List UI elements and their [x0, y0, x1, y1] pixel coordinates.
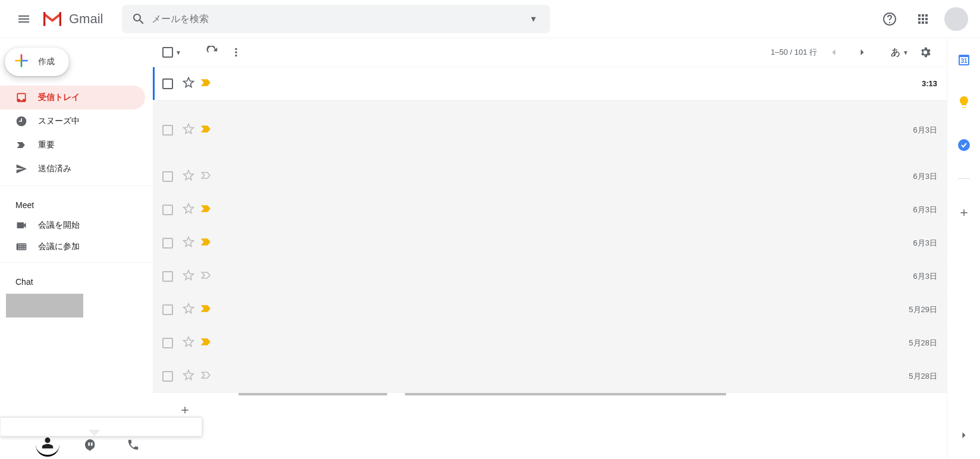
search-bar[interactable]: ▾: [122, 5, 550, 33]
keep-addon[interactable]: [950, 88, 978, 117]
sidebar-item-sent[interactable]: 送信済み: [0, 157, 145, 181]
message-row[interactable]: 5月28日: [153, 326, 947, 360]
next-page-button[interactable]: [850, 40, 874, 64]
row-checkbox[interactable]: [162, 171, 173, 182]
message-row[interactable]: 6月3日: [153, 160, 947, 193]
compose-label: 作成: [38, 56, 55, 67]
star-icon[interactable]: [183, 269, 194, 284]
important-marker-icon[interactable]: [200, 203, 212, 217]
search-icon[interactable]: [127, 12, 150, 26]
search-input[interactable]: [150, 13, 522, 25]
gmail-logo-icon: [40, 7, 64, 31]
help-button[interactable]: [875, 5, 904, 33]
message-row[interactable]: 6月3日: [153, 100, 947, 160]
star-icon[interactable]: [183, 169, 194, 184]
gmail-logo-text: Gmail: [69, 11, 103, 27]
important-marker-icon[interactable]: [200, 269, 212, 284]
apps-icon: [916, 12, 930, 26]
refresh-button[interactable]: [200, 40, 224, 64]
compose-button[interactable]: 作成: [5, 48, 69, 76]
chevron-right-icon: [958, 429, 970, 441]
row-checkbox[interactable]: [162, 371, 173, 382]
account-avatar[interactable]: [944, 7, 968, 31]
message-list: スレッドリストに戻った 3:136月3日6月3日6月3日6月3日6月3日5月29…: [153, 67, 947, 459]
important-marker-icon[interactable]: [200, 303, 212, 317]
star-icon[interactable]: [183, 236, 194, 250]
chevron-down-icon: ▼: [903, 49, 909, 56]
important-marker-icon[interactable]: [200, 77, 212, 91]
important-marker-icon[interactable]: [200, 369, 212, 383]
meet-start-button[interactable]: 会議を開始: [0, 215, 152, 236]
star-icon[interactable]: [183, 336, 194, 350]
hide-panel-button[interactable]: [950, 421, 978, 449]
keep-icon: [957, 95, 971, 109]
meet-section-title: Meet: [0, 191, 152, 215]
row-checkbox[interactable]: [162, 338, 173, 348]
message-row[interactable]: 6月3日: [153, 227, 947, 260]
message-row[interactable]: 6月3日: [153, 193, 947, 227]
message-row[interactable]: 5月29日: [153, 293, 947, 326]
important-marker-icon[interactable]: [200, 169, 212, 184]
select-all-checkbox[interactable]: ▼: [162, 47, 181, 58]
chevron-right-icon: [856, 46, 868, 58]
chat-section-title: Chat: [0, 268, 152, 291]
settings-button[interactable]: [913, 40, 937, 64]
sidebar-item-important[interactable]: 重要: [0, 133, 145, 157]
important-marker-icon[interactable]: [200, 123, 212, 137]
row-checkbox[interactable]: [162, 125, 173, 136]
sidebar-divider: [0, 262, 152, 263]
prev-page-button[interactable]: [822, 40, 846, 64]
hangouts-tab[interactable]: [78, 433, 102, 457]
phone-icon: [127, 438, 140, 451]
row-checkbox[interactable]: [162, 304, 173, 315]
hangouts-icon: [84, 438, 97, 451]
row-date: 6月3日: [913, 271, 937, 282]
chevron-left-icon: [828, 46, 840, 58]
chat-user-entry[interactable]: [6, 294, 83, 317]
more-button[interactable]: [224, 40, 248, 64]
row-date: 3:13: [922, 79, 937, 88]
sidebar-label: 受信トレイ: [38, 92, 80, 103]
gmail-logo[interactable]: Gmail: [40, 7, 103, 31]
main-menu-button[interactable]: [10, 5, 38, 33]
important-marker-icon[interactable]: [200, 236, 212, 250]
sidebar-item-inbox[interactable]: 受信トレイ: [0, 86, 145, 109]
row-checkbox[interactable]: [162, 205, 173, 215]
star-icon[interactable]: [183, 303, 194, 317]
contacts-tab[interactable]: [36, 433, 59, 457]
input-tools-button[interactable]: あ ▼: [891, 46, 909, 59]
chat-footer-tabs: [36, 430, 145, 459]
message-row[interactable]: 5月28日: [153, 360, 947, 393]
star-icon[interactable]: [183, 77, 194, 91]
star-icon[interactable]: [183, 203, 194, 217]
apps-button[interactable]: [909, 5, 937, 33]
star-icon[interactable]: [183, 369, 194, 383]
video-icon: [15, 219, 27, 231]
star-icon[interactable]: [183, 123, 194, 137]
message-row[interactable]: 6月3日: [153, 260, 947, 293]
row-checkbox[interactable]: [162, 78, 173, 89]
advanced-search-icon[interactable]: ▾: [522, 13, 545, 24]
message-row[interactable]: 3:13: [153, 67, 947, 100]
chevron-down-icon: ▼: [175, 49, 181, 56]
important-marker-icon[interactable]: [200, 336, 212, 350]
list-toolbar: ▼ 1–50 / 101 行 あ ▼: [153, 38, 947, 67]
sidebar-item-snoozed[interactable]: スヌーズ中: [0, 109, 145, 133]
sidebar-label: 送信済み: [38, 164, 71, 174]
row-date: 6月3日: [913, 125, 937, 136]
tasks-addon[interactable]: [950, 131, 978, 159]
person-icon: [41, 436, 54, 449]
more-vert-icon: [230, 46, 243, 59]
row-date: 5月29日: [909, 304, 937, 315]
keyboard-icon: [15, 241, 27, 253]
row-date: 6月3日: [913, 171, 937, 182]
calendar-icon: 31: [957, 52, 971, 67]
row-checkbox[interactable]: [162, 271, 173, 282]
calls-tab[interactable]: [121, 433, 145, 457]
meet-join-button[interactable]: 会議に参加: [0, 236, 152, 257]
clock-icon: [15, 115, 27, 127]
row-checkbox[interactable]: [162, 238, 173, 249]
get-addons-button[interactable]: ＋: [950, 198, 978, 227]
row-date: 6月3日: [913, 205, 937, 215]
calendar-addon[interactable]: 31: [950, 45, 978, 74]
